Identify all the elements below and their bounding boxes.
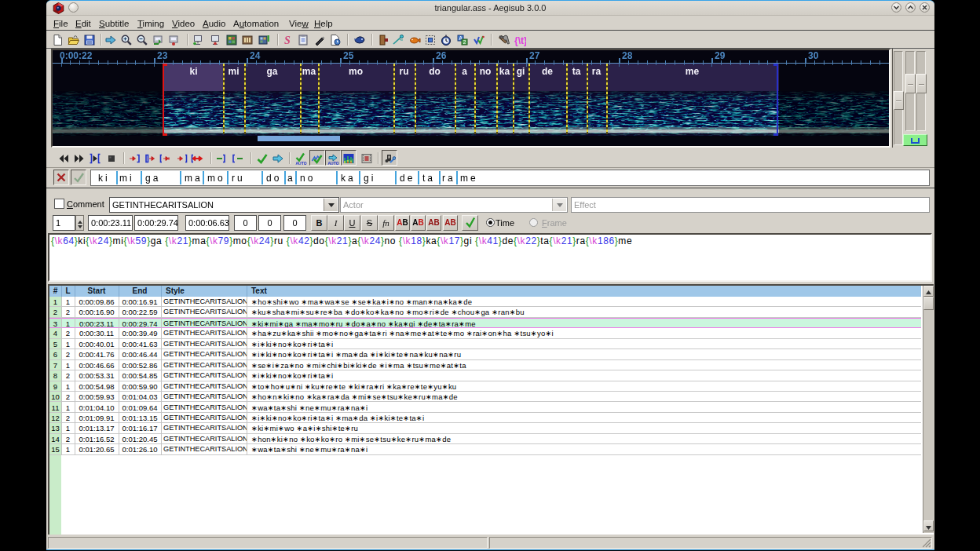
svg-text:2: 2 (463, 39, 466, 45)
svg-text:{\t}: {\t} (514, 35, 526, 46)
svg-text:AUTO: AUTO (296, 161, 307, 166)
svg-text:AUTO: AUTO (328, 161, 339, 166)
svg-text:S: S (284, 35, 291, 46)
